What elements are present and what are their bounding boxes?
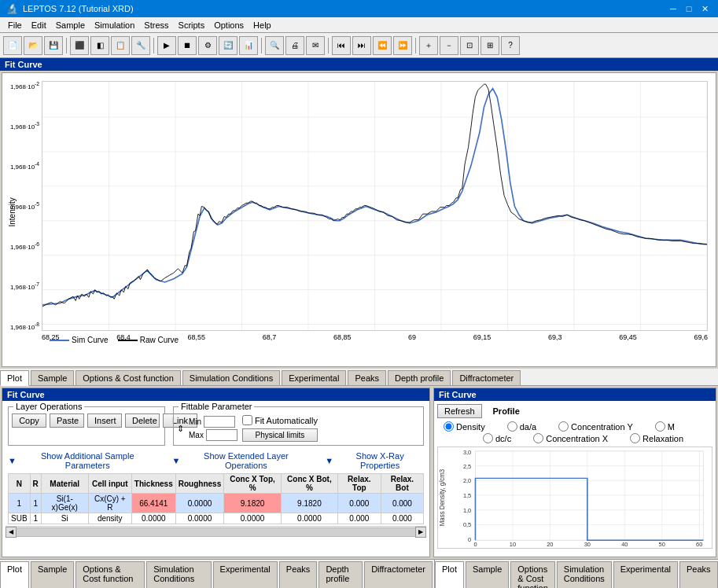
toolbar-btn19[interactable]: ⏩ bbox=[393, 36, 412, 55]
toolbar-new[interactable]: 📄 bbox=[3, 36, 22, 55]
col-relax-bot: Relax. Bot bbox=[381, 474, 423, 494]
radio-density-input[interactable] bbox=[444, 421, 454, 432]
menu-stress[interactable]: Stress bbox=[139, 20, 173, 31]
chart-plot-area[interactable] bbox=[42, 81, 708, 331]
fit-auto-label: Fit Automatically bbox=[255, 416, 318, 425]
toolbar-btn16[interactable]: ⏮ bbox=[332, 36, 351, 55]
tab-bl-experimental[interactable]: Experimental bbox=[213, 561, 278, 588]
toolbar-btn12[interactable]: 📊 bbox=[239, 36, 258, 55]
tab-top-depth-profile[interactable]: Depth profile bbox=[388, 370, 451, 385]
radio-m-input[interactable] bbox=[655, 421, 665, 432]
layer-ops-buttons: Copy Paste Insert Delete Link bbox=[12, 413, 161, 428]
tab-br-peaks[interactable]: Peaks bbox=[679, 561, 718, 588]
radio-conc-y-input[interactable] bbox=[558, 421, 569, 432]
radio-relaxation-input[interactable] bbox=[630, 433, 640, 443]
radio-relaxation[interactable]: Relaxation bbox=[630, 433, 683, 443]
scroll-track[interactable] bbox=[17, 527, 415, 537]
radio-conc-x-input[interactable] bbox=[533, 433, 543, 443]
toolbar-btn13[interactable]: 🔍 bbox=[265, 36, 284, 55]
table-row[interactable]: 1 1 Si(1-x)Ge(x) Cx(Cy) + R 66.4141 0.00… bbox=[9, 494, 424, 513]
tab-top-sample[interactable]: Sample bbox=[31, 370, 74, 385]
tab-bl-peaks[interactable]: Peaks bbox=[279, 561, 318, 588]
radio-daa[interactable]: da/a bbox=[507, 421, 536, 432]
minimize-button[interactable]: ─ bbox=[666, 2, 680, 15]
expand-additional-params[interactable]: ▼ Show Additional Sample Parameters bbox=[8, 451, 156, 470]
menu-scripts[interactable]: Scripts bbox=[174, 20, 210, 31]
radio-density[interactable]: Density bbox=[444, 421, 485, 432]
cell-conc-top-0[interactable]: 9.1820 bbox=[224, 494, 282, 513]
insert-button[interactable]: Insert bbox=[87, 413, 122, 428]
refresh-button[interactable]: Refresh bbox=[437, 404, 482, 418]
y-tick-2: 1,968·10-7 bbox=[10, 281, 39, 291]
radio-conc-x[interactable]: Concentration X bbox=[533, 433, 608, 443]
tab-br-options[interactable]: Options & Cost function bbox=[510, 561, 555, 588]
fit-curve-header: Fit Curve bbox=[0, 58, 718, 71]
tab-top-peaks[interactable]: Peaks bbox=[348, 370, 386, 385]
toolbar-save[interactable]: 💾 bbox=[44, 36, 63, 55]
menu-sample[interactable]: Sample bbox=[51, 20, 90, 31]
toolbar-btn14[interactable]: 🖨 bbox=[285, 36, 304, 55]
toolbar-btn9[interactable]: ⏹ bbox=[178, 36, 197, 55]
radio-m[interactable]: M bbox=[655, 421, 675, 432]
close-button[interactable]: ✕ bbox=[698, 2, 712, 15]
toolbar-btn8[interactable]: ▶ bbox=[157, 36, 176, 55]
cell-thickness-0[interactable]: 66.4141 bbox=[131, 494, 175, 513]
max-input[interactable] bbox=[206, 429, 237, 441]
toolbar-zoom-in[interactable]: ＋ bbox=[419, 36, 438, 55]
scroll-left-btn[interactable]: ◀ bbox=[6, 527, 17, 538]
toolbar-open[interactable]: 📂 bbox=[24, 36, 42, 55]
toolbar-btn5[interactable]: ◧ bbox=[90, 36, 109, 55]
paste-button[interactable]: Paste bbox=[50, 413, 84, 428]
tab-br-experimental[interactable]: Experimental bbox=[613, 561, 678, 588]
tab-br-plot[interactable]: Plot bbox=[435, 561, 464, 588]
radio-conc-y[interactable]: Concentration Y bbox=[558, 421, 633, 432]
scroll-right-btn[interactable]: ▶ bbox=[415, 527, 426, 538]
toolbar-btn18[interactable]: ⏪ bbox=[373, 36, 392, 55]
toolbar-zoom-out[interactable]: － bbox=[440, 36, 458, 55]
radio-daa-input[interactable] bbox=[507, 421, 517, 432]
copy-button[interactable]: Copy bbox=[12, 413, 46, 428]
tab-top-experimental[interactable]: Experimental bbox=[282, 370, 346, 385]
tab-top-diffractometer[interactable]: Diffractometer bbox=[452, 370, 521, 385]
table-row[interactable]: SUB 1 Si density 0.0000 0.0000 0.0000 0.… bbox=[9, 513, 424, 524]
toolbar-help[interactable]: ? bbox=[501, 36, 520, 55]
menu-help[interactable]: Help bbox=[249, 20, 276, 31]
tab-bl-depth-profile[interactable]: Depth profile bbox=[318, 561, 363, 588]
min-input[interactable] bbox=[204, 416, 235, 428]
menu-options[interactable]: Options bbox=[209, 20, 249, 31]
menu-simulation[interactable]: Simulation bbox=[90, 20, 139, 31]
tab-bl-sample[interactable]: Sample bbox=[31, 561, 74, 588]
expand-xray-label: Show X-Ray Properties bbox=[336, 451, 424, 470]
toolbar-fit[interactable]: ⊡ bbox=[460, 36, 479, 55]
profile-label: Profile bbox=[493, 406, 520, 416]
toolbar-btn6[interactable]: 📋 bbox=[111, 36, 130, 55]
tab-bl-sim-conditions[interactable]: Simulation Conditions bbox=[146, 561, 211, 588]
maximize-button[interactable]: □ bbox=[682, 2, 696, 15]
tab-top-sim-conditions[interactable]: Simulation Conditions bbox=[182, 370, 280, 385]
toolbar-btn10[interactable]: ⚙ bbox=[198, 36, 217, 55]
tabs-top: Plot Sample Options & Cost function Simu… bbox=[0, 369, 718, 386]
tab-br-sim-conditions[interactable]: Simulation Conditions bbox=[557, 561, 612, 588]
toolbar-btn7[interactable]: 🔧 bbox=[131, 36, 150, 55]
toolbar-btn11[interactable]: 🔄 bbox=[219, 36, 237, 55]
toolbar-btn15[interactable]: ✉ bbox=[306, 36, 325, 55]
radio-dcc[interactable]: dc/c bbox=[483, 433, 511, 443]
expand-extended-layer[interactable]: ▼ Show Extended Layer Operations bbox=[172, 451, 310, 470]
tab-top-plot[interactable]: Plot bbox=[0, 370, 29, 386]
physical-limits-button[interactable]: Physical limits bbox=[242, 428, 318, 442]
menu-edit[interactable]: Edit bbox=[27, 20, 51, 31]
fit-auto-checkbox[interactable] bbox=[242, 415, 252, 425]
delete-button[interactable]: Delete bbox=[125, 413, 160, 428]
expand-xray-props[interactable]: ▼ Show X-Ray Properties bbox=[325, 451, 424, 470]
radio-dcc-input[interactable] bbox=[483, 433, 493, 443]
tab-top-options[interactable]: Options & Cost function bbox=[75, 370, 181, 385]
tab-bl-diffractometer[interactable]: Diffractometer bbox=[364, 561, 433, 588]
tab-br-sample[interactable]: Sample bbox=[466, 561, 509, 588]
toolbar-select[interactable]: ⊞ bbox=[481, 36, 499, 55]
menu-file[interactable]: File bbox=[3, 20, 27, 31]
toolbar-btn4[interactable]: ⬛ bbox=[70, 36, 89, 55]
tab-bl-options[interactable]: Options & Cost function bbox=[75, 561, 145, 588]
depth-profile-chart[interactable]: Mass Density, g/cm3 bbox=[437, 447, 712, 549]
tab-bl-plot[interactable]: Plot bbox=[0, 561, 29, 588]
toolbar-btn17[interactable]: ⏭ bbox=[352, 36, 371, 55]
